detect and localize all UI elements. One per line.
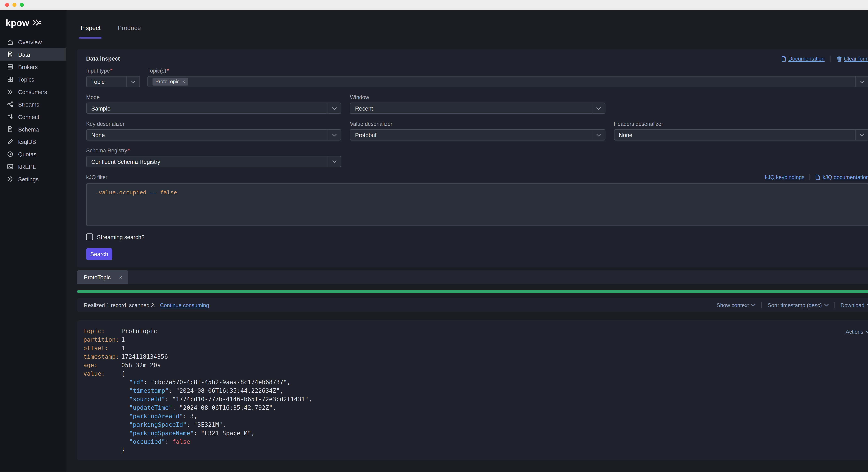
divider bbox=[834, 302, 835, 308]
sort-label: Sort: timestamp (desc) bbox=[768, 302, 822, 308]
headers-deserializer-select[interactable]: None bbox=[614, 129, 868, 140]
kjq-filter-editor[interactable]: .value.occupied == false bbox=[86, 183, 868, 226]
chevron-down-icon bbox=[126, 76, 140, 87]
document-icon bbox=[815, 174, 820, 180]
document-icon bbox=[781, 56, 786, 62]
kjq-documentation-link[interactable]: kJQ documentation bbox=[815, 174, 868, 180]
chevron-down-icon bbox=[866, 331, 868, 333]
sort-dropdown[interactable]: Sort: timestamp (desc) bbox=[768, 302, 829, 308]
sidebar-item-label: Consumers bbox=[18, 89, 47, 95]
sidebar-item-label: Brokers bbox=[18, 64, 38, 70]
field-value-deserializer: Value deserializer Protobuf bbox=[350, 121, 605, 140]
show-context-label: Show context bbox=[717, 302, 749, 308]
mode-value: Sample bbox=[91, 105, 328, 112]
sidebar-item-label: ksqlDB bbox=[18, 138, 36, 145]
app-body: kpow Overview Data Brokers bbox=[0, 10, 868, 471]
field-window: Window Recent bbox=[350, 94, 605, 114]
close-topic-tab-icon[interactable]: × bbox=[119, 274, 122, 280]
window-value: Recent bbox=[355, 105, 592, 112]
tab-produce[interactable]: Produce bbox=[117, 19, 142, 38]
record-json-line: "timestamp": "2024-08-06T16:35:44.222634… bbox=[83, 386, 868, 395]
zoom-window-button[interactable] bbox=[20, 3, 24, 7]
topics-multiselect[interactable]: ProtoTopic × bbox=[147, 76, 868, 87]
window-titlebar bbox=[0, 0, 868, 10]
kjq-keybindings-label: kJQ keybindings bbox=[765, 174, 804, 180]
sidebar-item-data[interactable]: Data bbox=[0, 48, 66, 61]
kpow-logo-chevrons-icon bbox=[32, 18, 41, 28]
field-headers-deserializer: Headers deserializer None bbox=[614, 121, 868, 140]
documentation-link-label: Documentation bbox=[788, 56, 825, 62]
record-line: partition:1 bbox=[83, 336, 868, 344]
tab-inspect[interactable]: Inspect bbox=[79, 19, 102, 38]
sidebar-item-topics[interactable]: Topics bbox=[0, 73, 66, 86]
record-json-line: "occupied": false bbox=[83, 438, 868, 446]
record-json-line: "parkingSpaceId": "3E321M", bbox=[83, 420, 868, 429]
continue-consuming-link[interactable]: Continue consuming bbox=[160, 302, 209, 308]
download-dropdown[interactable]: Download bbox=[841, 302, 868, 308]
data-inspect-icon bbox=[7, 51, 13, 58]
input-type-value: Topic bbox=[91, 78, 126, 85]
key-deserializer-select[interactable]: None bbox=[86, 129, 341, 140]
chevron-down-icon bbox=[867, 304, 868, 307]
record-json-line: "id": "cbc7a570-4c8f-45b2-9aaa-8c174eb68… bbox=[83, 378, 868, 386]
result-topic-tab[interactable]: ProtoTopic × bbox=[77, 270, 128, 284]
sidebar-item-connect[interactable]: Connect bbox=[0, 111, 66, 123]
value-deserializer-select[interactable]: Protobuf bbox=[350, 129, 605, 140]
sidebar-item-settings[interactable]: Settings bbox=[0, 173, 66, 185]
result-topic-tabs: ProtoTopic × bbox=[77, 270, 868, 284]
chevron-down-icon bbox=[328, 156, 341, 166]
topic-chip-label: ProtoTopic bbox=[155, 79, 180, 85]
topic-chip[interactable]: ProtoTopic × bbox=[152, 77, 188, 86]
record-json-line: "updateTime": "2024-08-06T16:35:42.792Z"… bbox=[83, 404, 868, 412]
documentation-link[interactable]: Documentation bbox=[781, 56, 825, 62]
record-json-close: } bbox=[83, 446, 868, 454]
sidebar-item-consumers[interactable]: Consumers bbox=[0, 86, 66, 98]
sidebar-item-schema[interactable]: Schema bbox=[0, 123, 66, 135]
streaming-search-checkbox-row[interactable]: Streaming search? bbox=[86, 233, 868, 240]
kjq-expression-rhs: false bbox=[160, 189, 177, 195]
sidebar-item-brokers[interactable]: Brokers bbox=[0, 61, 66, 73]
result-topic-tab-label: ProtoTopic bbox=[84, 274, 111, 280]
sidebar-item-label: Topics bbox=[18, 76, 34, 83]
kjq-expression-operator: == bbox=[146, 189, 160, 195]
record-line: offset:1 bbox=[83, 344, 868, 352]
chevron-down-icon bbox=[592, 130, 604, 140]
kjq-expression-lhs: .value.occupied bbox=[95, 189, 147, 195]
search-button[interactable]: Search bbox=[86, 248, 112, 260]
sidebar: kpow Overview Data Brokers bbox=[0, 10, 66, 471]
topics-label: Topic(s)* bbox=[147, 67, 868, 74]
record-actions-label: Actions bbox=[846, 327, 863, 336]
sidebar-item-krepl[interactable]: kREPL bbox=[0, 160, 66, 173]
record-line: topic:ProtoTopic bbox=[83, 327, 868, 336]
remove-topic-icon[interactable]: × bbox=[182, 79, 185, 85]
clear-form-link[interactable]: Clear form bbox=[836, 56, 868, 62]
window-select[interactable]: Recent bbox=[350, 102, 605, 114]
sidebar-item-label: Overview bbox=[18, 39, 42, 45]
input-type-select[interactable]: Topic bbox=[86, 76, 140, 87]
double-chevron-icon bbox=[7, 88, 13, 95]
sidebar-item-label: Connect bbox=[18, 114, 39, 120]
swap-arrows-icon bbox=[7, 113, 13, 120]
close-window-button[interactable] bbox=[5, 3, 9, 7]
sidebar-item-ksqldb[interactable]: ksqlDB bbox=[0, 135, 66, 148]
clear-form-link-label: Clear form bbox=[844, 56, 868, 62]
chevron-down-icon bbox=[824, 304, 829, 307]
sidebar-item-streams[interactable]: Streams bbox=[0, 98, 66, 111]
mode-select[interactable]: Sample bbox=[86, 102, 341, 114]
continue-consuming-label: Continue consuming bbox=[160, 302, 209, 308]
sidebar-item-overview[interactable]: Overview bbox=[0, 36, 66, 48]
record-actions-dropdown[interactable]: Actions bbox=[846, 327, 868, 336]
show-context-dropdown[interactable]: Show context bbox=[717, 302, 756, 308]
streaming-search-checkbox[interactable] bbox=[86, 233, 93, 240]
kpow-logo: kpow bbox=[0, 10, 66, 36]
chevron-down-icon bbox=[855, 130, 868, 140]
data-inspect-panel: Data inspect Documentation Clear form bbox=[77, 49, 868, 268]
app-window: kpow Overview Data Brokers bbox=[0, 0, 868, 472]
sidebar-item-label: kREPL bbox=[18, 163, 36, 170]
record-line: timestamp:1724118134356 bbox=[83, 352, 868, 361]
minimize-window-button[interactable] bbox=[12, 3, 17, 7]
sidebar-item-quotas[interactable]: Quotas bbox=[0, 148, 66, 160]
kjq-keybindings-link[interactable]: kJQ keybindings bbox=[765, 174, 804, 180]
record-line: age:05h 32m 20s bbox=[83, 361, 868, 370]
schema-registry-select[interactable]: Confluent Schema Registry bbox=[86, 156, 341, 167]
